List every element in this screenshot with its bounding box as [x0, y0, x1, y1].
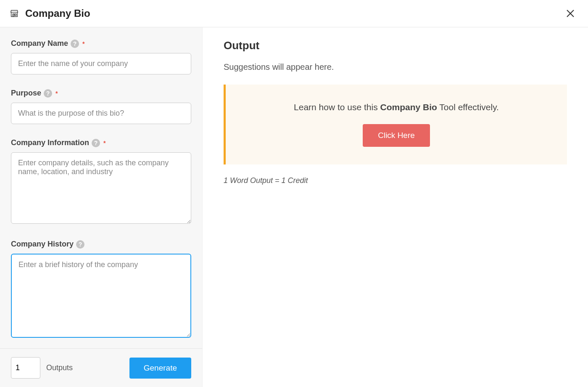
- label-text: Purpose: [11, 89, 41, 98]
- form-scroll-area[interactable]: Company Name ? * Purpose ? *: [0, 27, 202, 348]
- field-company-history: Company History ?: [11, 240, 191, 339]
- outputs-stepper[interactable]: [11, 357, 40, 379]
- label-purpose: Purpose ? *: [11, 89, 191, 98]
- svg-rect-1: [15, 14, 16, 16]
- header: Company Bio: [0, 0, 588, 27]
- required-mark: *: [82, 40, 84, 47]
- close-icon[interactable]: [564, 8, 576, 19]
- learn-callout: Learn how to use this Company Bio Tool e…: [224, 85, 567, 164]
- help-icon[interactable]: ?: [44, 89, 52, 98]
- page-title: Company Bio: [25, 8, 90, 19]
- label-text: Company Information: [11, 138, 89, 147]
- app-container: Company Bio Company Name ? *: [0, 0, 588, 387]
- purpose-input[interactable]: [11, 103, 191, 124]
- output-title: Output: [224, 39, 567, 52]
- outputs-label: Outputs: [46, 363, 73, 372]
- generate-button[interactable]: Generate: [129, 358, 191, 379]
- callout-suffix: Tool effectively.: [437, 102, 499, 112]
- outputs-group: Outputs: [11, 357, 73, 379]
- field-company-name: Company Name ? *: [11, 39, 191, 74]
- label-text: Company Name: [11, 39, 68, 48]
- callout-bold: Company Bio: [380, 102, 437, 112]
- credit-note: 1 Word Output = 1 Credit: [224, 176, 567, 185]
- callout-prefix: Learn how to use this: [294, 102, 380, 112]
- svg-rect-0: [13, 14, 14, 16]
- label-company-name: Company Name ? *: [11, 39, 191, 48]
- field-purpose: Purpose ? *: [11, 89, 191, 124]
- label-company-history: Company History ?: [11, 240, 191, 249]
- click-here-button[interactable]: Click Here: [363, 124, 430, 147]
- suggestions-placeholder-text: Suggestions will appear here.: [224, 62, 567, 72]
- required-mark: *: [103, 140, 105, 146]
- callout-text: Learn how to use this Company Bio Tool e…: [238, 102, 554, 112]
- label-company-information: Company Information ? *: [11, 138, 191, 147]
- label-text: Company History: [11, 240, 74, 249]
- content-area: Company Name ? * Purpose ? *: [0, 27, 588, 387]
- help-icon[interactable]: ?: [76, 240, 84, 249]
- help-icon[interactable]: ?: [71, 40, 79, 48]
- company-history-textarea[interactable]: [11, 254, 191, 338]
- company-name-input[interactable]: [11, 53, 191, 74]
- main-output-area: Output Suggestions will appear here. Lea…: [203, 27, 588, 387]
- help-icon[interactable]: ?: [92, 139, 100, 147]
- shop-icon: [9, 8, 19, 19]
- required-mark: *: [55, 90, 58, 97]
- sidebar-footer: Outputs Generate: [0, 348, 202, 387]
- company-information-textarea[interactable]: [11, 152, 191, 224]
- field-company-information: Company Information ? *: [11, 138, 191, 225]
- header-left: Company Bio: [9, 8, 90, 19]
- sidebar-form: Company Name ? * Purpose ? *: [0, 27, 203, 387]
